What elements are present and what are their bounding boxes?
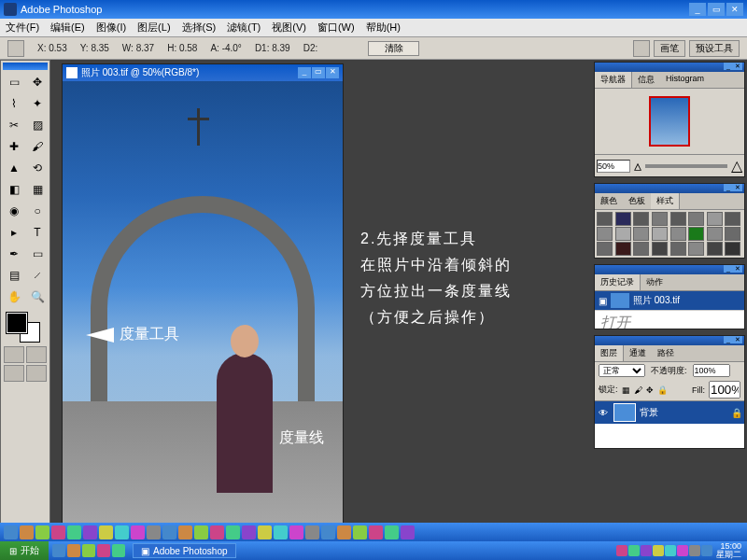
document-window[interactable]: 照片 003.tif @ 50%(RGB/8*) _ ▭ ✕	[62, 63, 344, 539]
dodge-tool[interactable]: ○	[26, 201, 49, 221]
swatch[interactable]	[652, 242, 668, 256]
notes-tool[interactable]: ▤	[3, 265, 25, 286]
tab-actions[interactable]: 动作	[641, 274, 669, 290]
swatch[interactable]	[633, 227, 649, 241]
swatch[interactable]	[725, 242, 740, 256]
marquee-tool[interactable]: ▭	[3, 72, 25, 92]
ql-icon[interactable]	[258, 525, 272, 539]
lock-all-icon[interactable]: 🔒	[657, 385, 668, 395]
maximize-button[interactable]: ▭	[708, 3, 725, 16]
clear-button[interactable]: 清除	[368, 41, 419, 56]
eraser-tool[interactable]: ◧	[3, 179, 25, 200]
ql-icon[interactable]	[210, 525, 224, 539]
ql-icon[interactable]	[52, 544, 65, 557]
visibility-icon[interactable]: 👁	[597, 408, 610, 418]
tray-icon[interactable]	[689, 545, 700, 556]
gradient-tool[interactable]: ▦	[26, 179, 49, 200]
tab-channels[interactable]: 通道	[624, 345, 652, 361]
tray-icon[interactable]	[616, 545, 627, 556]
move-tool[interactable]: ✥	[26, 72, 49, 92]
tab-history[interactable]: 历史记录	[595, 274, 641, 290]
ql-icon[interactable]	[194, 525, 208, 539]
ql-icon[interactable]	[147, 525, 161, 539]
tray-icon[interactable]	[641, 545, 652, 556]
zoom-input[interactable]	[597, 160, 630, 173]
swatch[interactable]	[670, 227, 686, 241]
panel-min-icon[interactable]: _	[724, 336, 733, 343]
swatch[interactable]	[652, 212, 668, 226]
screenmode-2[interactable]	[26, 365, 47, 382]
toolbox-handle[interactable]	[3, 63, 48, 70]
swatch[interactable]	[688, 227, 704, 241]
ql-icon[interactable]	[97, 544, 110, 557]
tray-icon[interactable]	[653, 545, 664, 556]
tab-tool-presets[interactable]: 预设工具	[689, 40, 740, 57]
menu-window[interactable]: 窗口(W)	[317, 21, 355, 35]
tab-color[interactable]: 颜色	[595, 193, 623, 209]
panel-min-icon[interactable]: _	[724, 63, 733, 70]
quickmask-on[interactable]	[26, 346, 47, 363]
menu-help[interactable]: 帮助(H)	[366, 21, 401, 35]
swatch[interactable]	[725, 212, 740, 226]
lock-pixels-icon[interactable]: 🖌	[634, 385, 642, 395]
zoom-in-icon[interactable]: △	[731, 157, 742, 175]
swatch[interactable]	[633, 212, 649, 226]
ql-icon[interactable]	[337, 525, 351, 539]
foreground-color[interactable]	[7, 313, 27, 333]
history-brush-tool[interactable]: ⟲	[26, 158, 49, 178]
ql-icon[interactable]	[242, 525, 256, 539]
history-step-open[interactable]: 打开	[595, 310, 744, 329]
ql-icon[interactable]	[67, 525, 81, 539]
type-tool[interactable]: T	[26, 222, 49, 243]
tab-swatches[interactable]: 色板	[623, 193, 651, 209]
brush-tool[interactable]: 🖌	[26, 136, 49, 157]
crop-tool[interactable]: ✂	[3, 115, 25, 135]
document-titlebar[interactable]: 照片 003.tif @ 50%(RGB/8*) _ ▭ ✕	[63, 64, 343, 81]
color-picker[interactable]	[3, 311, 48, 344]
brush-preset-icon[interactable]	[633, 40, 650, 57]
task-photoshop[interactable]: ▣ Adobe Photoshop	[133, 543, 236, 558]
swatch[interactable]	[597, 227, 613, 241]
swatch[interactable]	[615, 227, 631, 241]
panel-min-icon[interactable]: _	[724, 265, 733, 273]
ql-icon[interactable]	[178, 525, 192, 539]
ql-icon[interactable]	[321, 525, 335, 539]
tray-icon[interactable]	[628, 545, 640, 556]
path-tool[interactable]: ▸	[3, 222, 25, 243]
blend-mode-select[interactable]: 正常	[599, 364, 645, 377]
ql-icon[interactable]	[115, 525, 129, 539]
swatch[interactable]	[725, 227, 740, 241]
swatch[interactable]	[615, 242, 631, 256]
swatch[interactable]	[615, 212, 631, 226]
heal-tool[interactable]: ✚	[3, 136, 25, 157]
ql-icon[interactable]	[35, 525, 49, 539]
ql-icon[interactable]	[99, 525, 113, 539]
swatch[interactable]	[688, 212, 704, 226]
ql-icon[interactable]	[369, 525, 383, 539]
ql-icon[interactable]	[226, 525, 240, 539]
eyedropper-tool[interactable]: ⟋	[26, 265, 49, 286]
stamp-tool[interactable]: ▲	[3, 158, 25, 178]
layer-background[interactable]: 👁 背景 🔒	[595, 401, 744, 424]
panel-close-icon[interactable]: ✕	[733, 63, 742, 70]
tray-icon[interactable]	[677, 545, 688, 556]
tab-info[interactable]: 信息	[632, 72, 660, 88]
current-tool-icon[interactable]	[7, 40, 24, 57]
tab-layers[interactable]: 图层	[595, 345, 624, 361]
ql-icon[interactable]	[274, 525, 288, 539]
ql-icon[interactable]	[131, 525, 145, 539]
tab-paths[interactable]: 路径	[652, 345, 680, 361]
shape-tool[interactable]: ▭	[26, 244, 49, 264]
start-button[interactable]: ⊞ 开始	[0, 541, 49, 560]
menu-filter[interactable]: 滤镜(T)	[227, 21, 261, 35]
swatch[interactable]	[670, 212, 686, 226]
swatch[interactable]	[707, 212, 723, 226]
history-snapshot[interactable]: ▣ 照片 003.tif	[595, 291, 744, 310]
lasso-tool[interactable]: ⌇	[3, 93, 25, 114]
zoom-slider[interactable]	[645, 164, 727, 168]
menu-image[interactable]: 图像(I)	[96, 21, 126, 35]
panel-close-icon[interactable]: ✕	[733, 184, 742, 191]
panel-close-icon[interactable]: ✕	[733, 265, 742, 273]
ql-icon[interactable]	[4, 525, 18, 539]
menu-view[interactable]: 视图(V)	[272, 21, 306, 35]
